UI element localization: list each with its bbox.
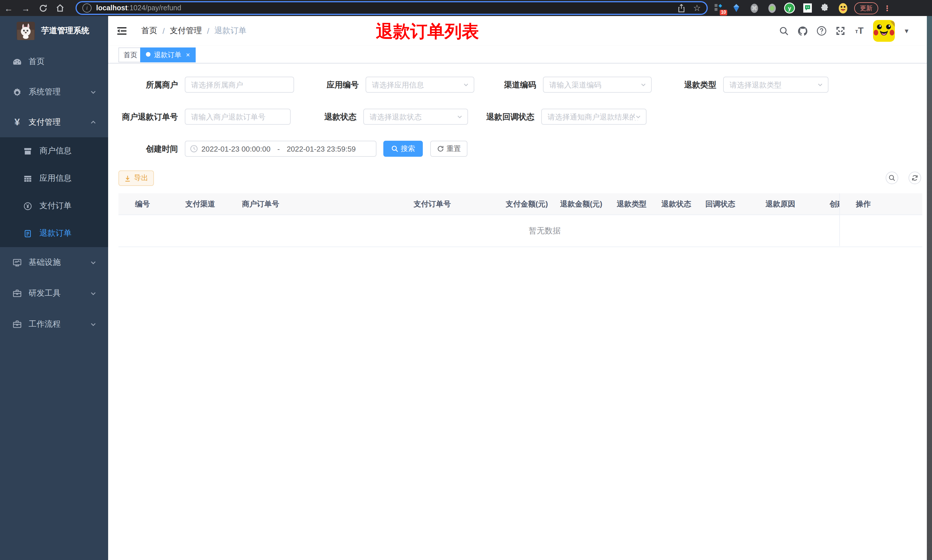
date-start: 2022-01-23 00:00:00 (201, 145, 270, 153)
toggle-search-button[interactable] (886, 172, 898, 184)
tags-view-bar: 首页 退款订单× (108, 46, 927, 63)
merchant-input[interactable] (185, 77, 294, 92)
column-header: 支付订单号 (414, 193, 451, 214)
extension-chat-icon[interactable] (801, 2, 814, 14)
channel-code-select[interactable] (543, 77, 651, 92)
column-header: 退款类型 (617, 193, 646, 214)
extension-y-icon[interactable]: y (783, 2, 796, 14)
font-size-icon[interactable]: тT (854, 26, 864, 36)
date-range-picker[interactable]: 2022-01-23 00:00:00 - 2022-01-23 23:59:5… (185, 141, 377, 157)
monitor-chart-icon (12, 258, 22, 267)
refund-table: 编号 支付渠道 商户订单号 支付订单号 支付金额(元) 退款金额(元) 退款类型… (118, 193, 922, 247)
filter-label: 创建时间 (146, 141, 178, 157)
refund-status-select[interactable] (364, 109, 468, 124)
browser-back-icon[interactable]: ← (0, 0, 17, 16)
avatar-caret-icon[interactable]: ▼ (903, 28, 910, 34)
sidebar-item-label: 基础设施 (29, 257, 61, 268)
chevron-down-icon (90, 321, 97, 328)
column-header: 支付金额(元) (506, 193, 548, 214)
sidebar-item-refund-order[interactable]: 退款订单 (0, 220, 108, 247)
help-icon[interactable] (817, 26, 827, 36)
sidebar-item-merchant-info[interactable]: 商户信息 (0, 137, 108, 165)
tab-close-icon[interactable]: × (186, 51, 190, 59)
top-navbar: 首页 / 支付管理 / 退款订单 退款订单列表 (108, 16, 927, 46)
browser-menu-icon[interactable]: ⋮ (883, 4, 891, 12)
url-bar[interactable]: i localhost :1024/pay/refund ☆ (75, 1, 708, 15)
browser-update-button[interactable]: 更新 (854, 2, 878, 14)
column-header: 商户订单号 (242, 193, 279, 214)
sidebar-item-pay-order[interactable]: 支付订单 (0, 192, 108, 220)
main-area: 首页 / 支付管理 / 退款订单 退款订单列表 (108, 16, 927, 560)
tab-label: 首页 (124, 51, 137, 59)
breadcrumb-pay[interactable]: 支付管理 (170, 26, 202, 36)
sidebar-item-label: 首页 (29, 56, 45, 67)
date-end: 2022-01-23 23:59:59 (287, 145, 355, 153)
empty-data-text: 暂无数据 (529, 215, 561, 246)
site-info-icon[interactable]: i (82, 3, 92, 12)
share-icon[interactable] (677, 4, 685, 12)
extension-gem-icon[interactable] (730, 2, 743, 14)
filter-merchant: 所属商户 (185, 77, 294, 93)
browser-home-icon[interactable] (51, 0, 69, 16)
column-header: 退款原因 (766, 193, 795, 214)
sidebar-item-home[interactable]: 首页 (0, 46, 108, 77)
tab-home[interactable]: 首页 (118, 48, 143, 62)
navbar-actions: тT ▼ (779, 16, 927, 46)
sidebar-item-pay[interactable]: ¥ 支付管理 (0, 107, 108, 137)
merchant-refund-no-input[interactable] (185, 109, 290, 124)
sidebar-item-infra[interactable]: 基础设施 (0, 247, 108, 278)
export-button[interactable]: 导出 (118, 171, 154, 186)
reset-button[interactable]: 重置 (430, 141, 468, 157)
notify-status-select[interactable] (542, 109, 646, 124)
extension-command-icon[interactable]: ⌘ (748, 2, 760, 14)
sidebar-item-workflow[interactable]: 工作流程 (0, 309, 108, 340)
sidebar-item-app-info[interactable]: 应用信息 (0, 165, 108, 192)
coin-yen-icon (23, 202, 32, 210)
browser-forward-icon[interactable]: → (17, 0, 34, 16)
chevron-down-icon (90, 290, 97, 297)
sidebar-item-label: 研发工具 (29, 288, 61, 298)
column-header-actions: 操作 (856, 193, 871, 214)
sidebar-item-system[interactable]: 系统管理 (0, 77, 108, 107)
refresh-table-button[interactable] (909, 172, 921, 184)
bookmark-star-icon[interactable]: ☆ (693, 3, 701, 13)
extension-record-icon[interactable] (766, 2, 778, 14)
sidebar-item-label: 退款订单 (40, 228, 72, 238)
filter-label: 应用编号 (327, 77, 359, 93)
breadcrumb-separator: / (207, 26, 209, 35)
reset-button-label: 重置 (446, 144, 461, 154)
user-avatar[interactable] (873, 20, 895, 42)
shop-icon (23, 147, 32, 155)
download-icon (124, 175, 131, 182)
filter-notify-status: 退款回调状态 (541, 109, 646, 125)
app-id-select[interactable] (366, 77, 474, 92)
refund-type-select[interactable] (724, 77, 828, 92)
search-button[interactable]: 搜索 (383, 141, 423, 157)
refresh-icon (437, 145, 444, 152)
browser-reload-icon[interactable] (34, 0, 51, 16)
sidebar-logo-row[interactable]: 芋道管理系统 (0, 16, 108, 46)
tab-refund-order[interactable]: 退款订单× (140, 48, 196, 62)
clock-icon (190, 145, 198, 153)
fixed-column-divider (839, 193, 840, 246)
filter-label: 退款回调状态 (486, 109, 534, 125)
extension-emoji-icon[interactable] (837, 2, 849, 14)
fullscreen-icon[interactable] (835, 26, 846, 36)
search-icon[interactable] (779, 26, 789, 36)
sidebar-fold-icon[interactable] (116, 25, 128, 37)
column-header: 退款状态 (661, 193, 691, 214)
sidebar-item-devtools[interactable]: 研发工具 (0, 278, 108, 309)
github-icon[interactable] (798, 26, 808, 36)
content-area: 所属商户 应用编号 渠道编码 退款类型 商户退款订单号 (108, 63, 927, 560)
app-logo-rabbit (17, 22, 35, 40)
extension-puzzle-icon[interactable] (819, 2, 831, 14)
table-header-row: 编号 支付渠道 商户订单号 支付订单号 支付金额(元) 退款金额(元) 退款类型… (118, 193, 922, 215)
column-header-create-time: 创建时间 (830, 193, 839, 214)
breadcrumb-home[interactable]: 首页 (141, 26, 157, 36)
yen-icon: ¥ (12, 118, 22, 127)
sidebar-item-label: 支付订单 (40, 201, 72, 211)
breadcrumb-separator: / (163, 26, 165, 35)
table-empty-row: 暂无数据 (118, 215, 922, 247)
extension-tabs-icon[interactable]: 10 (712, 2, 725, 14)
filter-app-id: 应用编号 (366, 77, 474, 93)
